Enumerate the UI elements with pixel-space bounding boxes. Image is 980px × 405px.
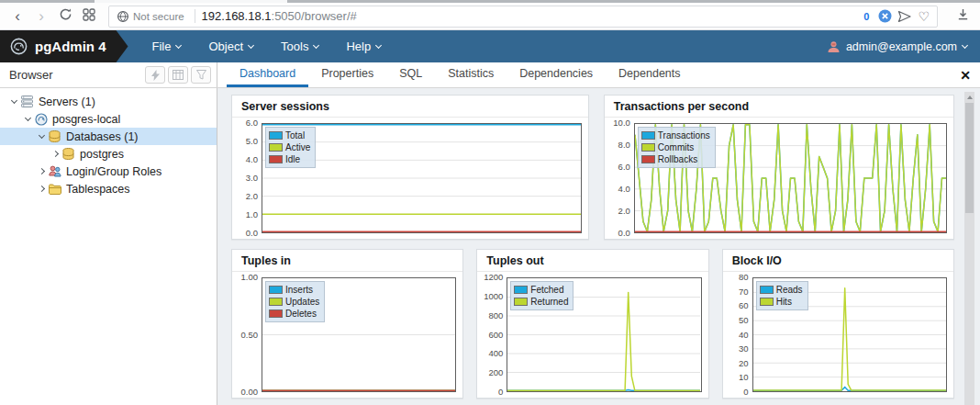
shield-block-icon[interactable] xyxy=(878,9,892,23)
y-tick-label: 6.0 xyxy=(618,162,630,172)
y-tick-label: 0.0 xyxy=(618,228,630,238)
legend-entry: Idle xyxy=(269,153,310,165)
legend-entry: Rollbacks xyxy=(641,153,710,165)
menu-object[interactable]: Object xyxy=(208,39,253,53)
database-icon xyxy=(49,129,62,143)
url-bar[interactable]: Not secure 192.168.18.1:5050/browser/# 0… xyxy=(108,6,938,28)
tab-dependencies[interactable]: Dependencies xyxy=(507,62,606,87)
y-tick-label: 1200 xyxy=(484,272,503,282)
database-icon xyxy=(62,147,76,161)
server-stack-icon xyxy=(21,95,35,108)
tree-item-tablespaces[interactable]: Tablespaces xyxy=(0,180,217,197)
tab-properties[interactable]: Properties xyxy=(308,62,386,87)
tree-item-servers[interactable]: Servers (1) xyxy=(0,93,217,110)
elephant-icon xyxy=(9,37,28,56)
user-email: admin@example.com xyxy=(846,40,957,53)
expanded-chevron-icon[interactable] xyxy=(10,96,17,103)
panel-block-io: Block I/O 80706050403020100 ReadsHits xyxy=(722,249,954,399)
security-label: Not secure xyxy=(133,11,184,22)
query-tool-button[interactable] xyxy=(168,66,188,84)
tab-dashboard[interactable]: Dashboard xyxy=(227,62,308,87)
y-tick-label: 1.0 xyxy=(246,209,258,219)
pg-server-icon xyxy=(35,112,49,126)
menu-help[interactable]: Help xyxy=(346,39,381,53)
browser-panel-header: Browser xyxy=(0,62,217,87)
chart-legend: ReadsHits xyxy=(756,281,808,310)
server-sessions-chart: 6.05.04.03.02.01.00.0 TotalActiveIdle xyxy=(232,118,588,239)
legend-entry: Commits xyxy=(641,141,710,153)
blocked-count-badge: 0 xyxy=(863,11,869,22)
expanded-chevron-icon[interactable] xyxy=(24,114,30,120)
scrollbar-up-arrow[interactable] xyxy=(964,92,974,102)
reload-icon[interactable] xyxy=(53,5,77,28)
tree-item-login-group-roles[interactable]: Login/Group Roles xyxy=(0,163,217,180)
tuples-out-chart: 120010008006004002000 FetchedReturned xyxy=(477,272,707,398)
apps-grid-icon[interactable] xyxy=(77,5,101,28)
tab-statistics[interactable]: Statistics xyxy=(435,62,507,87)
roles-icon xyxy=(49,164,62,178)
menu-tools[interactable]: Tools xyxy=(281,39,318,53)
y-tick-label: 4.0 xyxy=(618,184,630,194)
tree-item-label: postgres xyxy=(80,148,124,161)
y-tick-label: 600 xyxy=(488,329,503,339)
legend-swatch xyxy=(269,143,283,152)
legend-swatch xyxy=(641,143,655,152)
tree-item-postgres[interactable]: postgres xyxy=(0,145,217,163)
browser-chrome: ‹ › Not secure 192.168.18.1:5050/browser… xyxy=(0,0,980,30)
user-icon xyxy=(827,40,841,53)
legend-entry: Updates xyxy=(269,296,319,308)
menu-file[interactable]: File xyxy=(152,39,182,53)
scrollbar-thumb[interactable] xyxy=(965,103,974,213)
y-tick-label: 40 xyxy=(739,329,749,339)
legend-entry: Fetched xyxy=(514,284,568,296)
send-icon[interactable] xyxy=(897,10,912,23)
forward-icon[interactable]: › xyxy=(29,5,53,28)
collapsed-chevron-icon[interactable] xyxy=(38,168,44,174)
y-tick-label: 0.50 xyxy=(241,329,259,339)
tab-sql[interactable]: SQL xyxy=(386,62,435,87)
chart-title: Tuples in xyxy=(232,250,462,272)
collapsed-chevron-icon[interactable] xyxy=(38,186,44,192)
browser-tab-strip xyxy=(0,0,980,3)
legend-entry: Transactions xyxy=(641,129,710,141)
y-tick-label: 5.0 xyxy=(246,136,258,146)
y-tick-label: 6.0 xyxy=(246,118,258,128)
download-icon-glyph xyxy=(956,7,970,21)
globe-icon xyxy=(117,10,129,23)
download-icon[interactable] xyxy=(951,5,974,28)
y-axis: 120010008006004002000 xyxy=(479,277,507,392)
tree-item-label: Servers (1) xyxy=(39,96,95,108)
transactions-per-second-chart: 10.08.06.04.02.00.0 TransactionsCommitsR… xyxy=(605,118,953,239)
url-path: :5050/browser/# xyxy=(272,9,357,23)
y-tick-label: 200 xyxy=(488,367,503,377)
quick-connect-button[interactable] xyxy=(145,66,165,84)
chart-legend: FetchedReturned xyxy=(510,281,574,310)
y-tick-label: 400 xyxy=(488,348,503,358)
tree-item-posgres-local[interactable]: posgres-local xyxy=(0,110,217,128)
brand-name: pgAdmin 4 xyxy=(35,39,106,54)
chart-legend: InsertsUpdatesDeletes xyxy=(265,281,325,322)
table-icon xyxy=(173,70,184,80)
legend-entry: Inserts xyxy=(269,284,319,296)
tree-item-databases[interactable]: Databases (1) xyxy=(0,128,217,145)
legend-swatch xyxy=(760,298,774,306)
back-icon[interactable]: ‹ xyxy=(6,5,29,28)
filter-button[interactable] xyxy=(191,66,211,84)
chevron-down-icon xyxy=(175,41,182,48)
collapsed-chevron-icon[interactable] xyxy=(51,151,58,157)
y-tick-label: 3.0 xyxy=(246,173,258,183)
expanded-chevron-icon[interactable] xyxy=(38,131,44,138)
chart-plot-area: TotalActiveIdle xyxy=(262,123,582,233)
vertical-scrollbar[interactable] xyxy=(964,92,974,405)
legend-swatch xyxy=(269,309,283,318)
y-tick-label: 20 xyxy=(739,358,749,368)
close-icon[interactable]: ✕ xyxy=(951,68,980,83)
browser-tree: Servers (1) posgres-local Databases (1) … xyxy=(0,88,217,405)
user-menu[interactable]: admin@example.com xyxy=(827,40,967,53)
y-tick-label: 30 xyxy=(739,343,749,354)
panel-tuples-in: Tuples in 1.000.500.00 InsertsUpdatesDel… xyxy=(231,249,463,399)
favorite-heart-icon[interactable]: ♡ xyxy=(918,10,930,23)
y-tick-label: 2.0 xyxy=(246,191,258,201)
tree-item-label: posgres-local xyxy=(52,113,120,126)
tab-dependents[interactable]: Dependents xyxy=(606,62,693,87)
